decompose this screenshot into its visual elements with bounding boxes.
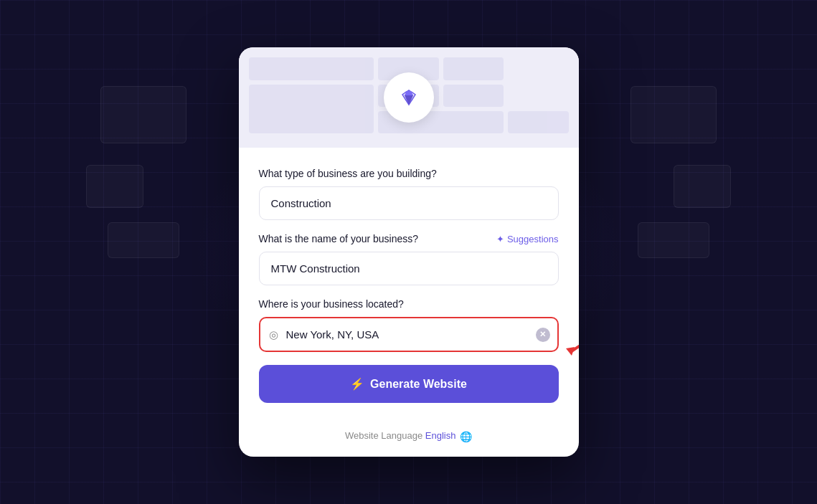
business-location-input[interactable]: [259, 317, 559, 352]
card-footer: Website Language English 🌐: [239, 420, 579, 457]
business-location-group: Where is your business located? ◎ ✕: [259, 298, 559, 352]
card-body: What type of business are you building? …: [239, 148, 579, 420]
business-type-input[interactable]: [259, 186, 559, 220]
main-card: What type of business are you building? …: [239, 47, 579, 457]
tile: [443, 57, 504, 80]
tile: [508, 111, 568, 133]
tile: [443, 85, 504, 107]
decorative-panel: [108, 222, 179, 258]
decorative-panel: [638, 222, 709, 258]
bolt-icon: ⚡: [350, 377, 364, 391]
suggestions-link[interactable]: ✦ Suggestions: [496, 234, 559, 244]
generate-website-button[interactable]: ⚡ Generate Website: [259, 365, 559, 403]
card-header: [239, 47, 579, 148]
logo-circle: [384, 72, 434, 123]
business-location-label: Where is your business located?: [259, 298, 559, 310]
decorative-panel: [631, 86, 717, 143]
sparkle-icon: ✦: [496, 234, 504, 244]
business-name-input[interactable]: [259, 252, 559, 285]
globe-icon: 🌐: [460, 431, 472, 442]
tile: [249, 57, 374, 80]
decorative-panel: [674, 165, 731, 208]
svg-marker-0: [566, 347, 575, 356]
language-link[interactable]: English: [425, 430, 456, 441]
location-clear-button[interactable]: ✕: [536, 328, 550, 342]
logo-icon: [397, 85, 421, 110]
business-name-label: What is the name of your business? ✦ Sug…: [259, 233, 559, 244]
business-name-group: What is the name of your business? ✦ Sug…: [259, 233, 559, 285]
decorative-panel: [86, 165, 143, 208]
decorative-panel: [100, 86, 186, 143]
business-type-group: What type of business are you building?: [259, 168, 559, 220]
tile: [249, 85, 374, 134]
red-arrow-annotation: [557, 324, 579, 363]
location-field-wrapper: ◎ ✕: [259, 317, 559, 352]
business-type-label: What type of business are you building?: [259, 168, 559, 179]
